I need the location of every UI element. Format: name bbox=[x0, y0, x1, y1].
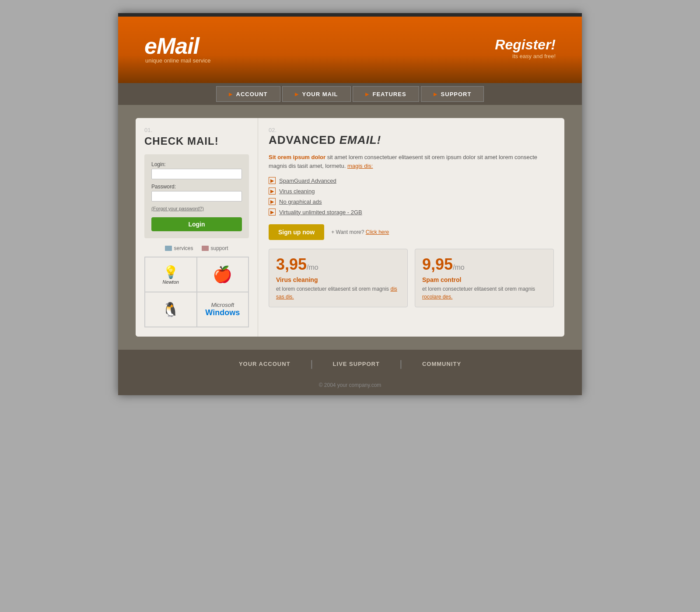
nav-account-label: ACCOUNT bbox=[236, 91, 268, 97]
pricing-row: 3,95/mo Virus cleaning et lorem consecte… bbox=[269, 249, 554, 307]
price-value-0: 3,95 bbox=[276, 255, 307, 273]
price-link-1[interactable]: rocolare des. bbox=[422, 294, 452, 300]
services-link[interactable]: services bbox=[165, 245, 193, 251]
adv-description: Sit orem ipsum dolor sit amet lorem cons… bbox=[269, 153, 554, 170]
feature-item-0: ▶ SpamGuard Advanced bbox=[269, 177, 554, 184]
register-area: Register! its easy and free! bbox=[495, 37, 556, 59]
price-title-0: Virus cleaning bbox=[276, 276, 400, 283]
pricing-card-0: 3,95/mo Virus cleaning et lorem consecte… bbox=[269, 249, 408, 307]
windows-logo-cell: Microsoft Windows bbox=[197, 292, 249, 327]
feature-item-1: ▶ Virus cleaning bbox=[269, 188, 554, 195]
support-link[interactable]: support bbox=[202, 245, 228, 251]
right-section-title: ADVANCED eMail! bbox=[269, 133, 554, 147]
password-input[interactable] bbox=[151, 191, 242, 202]
nav-arrow-icon: ▶ bbox=[295, 92, 299, 97]
newton-logo: 💡 Newton bbox=[163, 265, 179, 285]
page-wrapper: eMail unique online mail service Registe… bbox=[118, 13, 582, 395]
feature-arrow-icon: ▶ bbox=[269, 188, 276, 195]
login-button[interactable]: Login bbox=[151, 217, 242, 231]
services-icon bbox=[165, 246, 172, 251]
nav-features[interactable]: ▶ FEATURES bbox=[353, 86, 419, 102]
price-desc-1: et lorem consectetuer elitaesent sit ore… bbox=[422, 285, 546, 301]
click-here-link[interactable]: Click here bbox=[366, 229, 389, 235]
nav-your-mail[interactable]: ▶ YOUR MAIL bbox=[282, 86, 351, 102]
services-label: services bbox=[174, 245, 193, 251]
apple-logo-cell: 🍎 bbox=[197, 257, 249, 292]
logo-grid: 💡 Newton 🍎 🐧 Microsoft Windows bbox=[144, 257, 249, 327]
logo: eMail bbox=[144, 33, 495, 59]
feature-item-2: ▶ No graphical ads bbox=[269, 198, 554, 205]
feature-link-3[interactable]: Virtuality unlimited storage - 2GB bbox=[279, 209, 362, 216]
feature-link-2[interactable]: No graphical ads bbox=[279, 198, 322, 205]
windows-text: Microsoft bbox=[205, 302, 240, 308]
support-icon bbox=[202, 246, 209, 251]
nav-features-label: FEATURES bbox=[373, 91, 406, 97]
nav-support-label: SUPPORT bbox=[441, 91, 472, 97]
main-content: 01. CHECK MAIL! Login: Password: (Forgot… bbox=[118, 105, 582, 350]
windows-logo: Microsoft Windows bbox=[205, 302, 240, 317]
price-period-1: /mo bbox=[453, 264, 465, 271]
newton-name: Newton bbox=[163, 279, 179, 285]
feature-arrow-icon: ▶ bbox=[269, 177, 276, 184]
feature-arrow-icon: ▶ bbox=[269, 209, 276, 216]
windows-brand: Windows bbox=[205, 308, 240, 317]
header: eMail unique online mail service Registe… bbox=[118, 13, 582, 83]
nav-your-mail-label: YOUR MAIL bbox=[302, 91, 338, 97]
header-dark-bar bbox=[118, 13, 582, 17]
content-box: 01. CHECK MAIL! Login: Password: (Forgot… bbox=[136, 118, 564, 337]
right-section-number: 02. bbox=[269, 127, 554, 133]
logo-area: eMail unique online mail service bbox=[144, 33, 495, 64]
nav-arrow-icon: ▶ bbox=[229, 92, 233, 97]
password-label: Password: bbox=[151, 184, 242, 190]
footer-link-2[interactable]: COMMUNITY bbox=[405, 361, 479, 367]
forgot-password-link[interactable]: (Forgot your password?) bbox=[151, 206, 242, 211]
footer-divider-1: ❘ bbox=[308, 358, 315, 369]
left-panel: 01. CHECK MAIL! Login: Password: (Forgot… bbox=[136, 118, 258, 337]
support-label: support bbox=[210, 245, 228, 251]
footer-divider-2: ❘ bbox=[397, 358, 405, 369]
logo-tagline: unique online mail service bbox=[145, 57, 495, 64]
feature-item-3: ▶ Virtuality unlimited storage - 2GB bbox=[269, 209, 554, 216]
feature-link-1[interactable]: Virus cleaning bbox=[279, 188, 315, 195]
price-period-0: /mo bbox=[307, 264, 318, 271]
right-title-span: eMail! bbox=[340, 133, 382, 146]
footer-link-0[interactable]: YOUR ACCOUNT bbox=[221, 361, 308, 367]
price-amount-1: 9,95/mo bbox=[422, 255, 546, 274]
price-title-1: Spam control bbox=[422, 276, 546, 283]
copyright-text: © 2004 your company.com bbox=[319, 382, 382, 388]
newton-logo-cell: 💡 Newton bbox=[145, 257, 197, 292]
nav-arrow-icon: ▶ bbox=[365, 92, 369, 97]
signup-row: Sign up now + Want more? Click here bbox=[269, 224, 554, 240]
linux-logo-cell: 🐧 bbox=[145, 292, 197, 327]
login-label: Login: bbox=[151, 161, 242, 167]
nav-bar: ▶ ACCOUNT ▶ YOUR MAIL ▶ FEATURES ▶ SUPPO… bbox=[118, 83, 582, 105]
want-more-text: + Want more? Click here bbox=[331, 229, 389, 235]
magis-link[interactable]: magis dis: bbox=[347, 163, 373, 169]
desc-bold: Sit orem ipsum dolor bbox=[269, 154, 326, 160]
price-value-1: 9,95 bbox=[422, 255, 453, 273]
nav-support[interactable]: ▶ SUPPORT bbox=[421, 86, 484, 102]
login-box: Login: Password: (Forgot your password?)… bbox=[144, 154, 249, 238]
pricing-card-1: 9,95/mo Spam control et lorem consectetu… bbox=[415, 249, 554, 307]
price-amount-0: 3,95/mo bbox=[276, 255, 400, 274]
left-section-number: 01. bbox=[144, 127, 249, 133]
register-title: Register! bbox=[495, 37, 556, 53]
login-input[interactable] bbox=[151, 169, 242, 179]
nav-arrow-icon: ▶ bbox=[434, 92, 438, 97]
footer-link-1[interactable]: LIVE SUPPORT bbox=[315, 361, 397, 367]
footer: YOUR ACCOUNT ❘ LIVE SUPPORT ❘ COMMUNITY bbox=[118, 350, 582, 378]
feature-list: ▶ SpamGuard Advanced ▶ Virus cleaning ▶ … bbox=[269, 177, 554, 216]
services-links: services support bbox=[144, 245, 249, 251]
footer-copyright: © 2004 your company.com bbox=[118, 378, 582, 395]
right-panel: 02. ADVANCED eMail! Sit orem ipsum dolor… bbox=[258, 118, 564, 337]
signup-button[interactable]: Sign up now bbox=[269, 224, 324, 240]
apple-logo: 🍎 bbox=[213, 265, 232, 284]
left-section-title: CHECK MAIL! bbox=[144, 135, 249, 147]
linux-logo: 🐧 bbox=[162, 301, 179, 318]
feature-link-0[interactable]: SpamGuard Advanced bbox=[279, 177, 336, 184]
feature-arrow-icon: ▶ bbox=[269, 198, 276, 205]
nav-account[interactable]: ▶ ACCOUNT bbox=[216, 86, 280, 102]
price-desc-0: et lorem consectetuer elitaesent sit ore… bbox=[276, 285, 400, 301]
register-sub: its easy and free! bbox=[495, 53, 556, 59]
bulb-icon: 💡 bbox=[163, 265, 179, 279]
